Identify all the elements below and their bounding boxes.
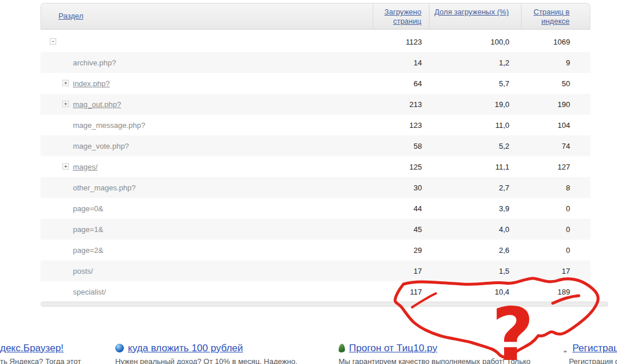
cell-indexed: 8 — [521, 183, 590, 192]
ad-yandex-browser: декс.Браузер! ть Яндекса? Тогда этот — [0, 343, 81, 364]
ad-invest: куда вложить 100 рублей Нужен реальный д… — [115, 343, 298, 364]
ad-registration: Регистрац Регистрация сай — [561, 343, 617, 364]
cell-section: +mages/ — [41, 163, 373, 171]
cell-section: specialist/ — [41, 288, 373, 296]
cell-indexed: 127 — [521, 163, 590, 171]
ad-yandex-browser-description: ть Яндекса? Тогда этот — [0, 357, 81, 364]
section-label: archive.php? — [73, 58, 116, 67]
cell-indexed: 9 — [521, 58, 590, 67]
section-label: page=0& — [73, 204, 103, 213]
cell-loaded: 117 — [373, 288, 429, 296]
cell-indexed: 50 — [521, 79, 590, 88]
ad-registration-description: Регистрация сай — [569, 357, 617, 364]
ad-tic10-description: Мы гарантируем качество выполняемых рабо… — [339, 357, 531, 364]
ad-invest-description: Нужен реальный доход? От 10% в месяц. На… — [115, 357, 298, 364]
cell-share: 100,0 — [429, 38, 521, 46]
cell-loaded: 14 — [373, 58, 429, 67]
column-header-share-link[interactable]: Доля загруженых (%) — [434, 8, 509, 16]
column-header-loaded-link[interactable]: Загружено страниц — [384, 8, 421, 25]
cell-share: 1,5 — [429, 267, 521, 275]
table-row: page=2&292,60 — [41, 240, 590, 260]
cell-indexed: 1069 — [521, 38, 590, 46]
table-row: page=0&443,90 — [41, 198, 590, 219]
cell-loaded: 44 — [373, 204, 429, 213]
ad-yandex-browser-link[interactable]: декс.Браузер! — [0, 343, 64, 354]
table-row: archive.php?141,29 — [41, 52, 590, 73]
ad-tic10: Прогон от Тиц10.ру Мы гарантируем качест… — [339, 343, 531, 364]
globe-icon — [115, 344, 124, 352]
section-label: specialist/ — [73, 288, 106, 296]
cell-section: posts/ — [41, 267, 373, 275]
site-structure-table: Раздел Загружено страниц Доля загруженых… — [41, 3, 590, 302]
cell-share: 2,6 — [429, 246, 521, 255]
column-header-indexed: Страниц в индексе — [521, 3, 590, 29]
section-link[interactable]: index.php? — [73, 79, 110, 88]
cell-loaded: 125 — [373, 163, 429, 171]
cell-share: 3,9 — [429, 204, 521, 213]
cell-section: +index.php? — [41, 79, 373, 88]
cell-indexed: 17 — [521, 267, 590, 275]
cell-indexed: 74 — [521, 142, 590, 150]
ad-registration-link[interactable]: Регистрац — [572, 343, 617, 354]
cell-loaded: 17 — [373, 267, 429, 275]
table-row: page=1&454,00 — [41, 219, 590, 240]
table-body: -1123100,01069archive.php?141,29+index.p… — [41, 31, 590, 302]
cell-indexed: 189 — [521, 288, 590, 296]
cell-section: archive.php? — [41, 58, 373, 67]
table-row: +index.php?645,750 — [41, 73, 590, 94]
cell-share: 5,7 — [429, 79, 521, 88]
expand-icon[interactable]: + — [63, 101, 69, 107]
cell-share: 19,0 — [429, 100, 521, 109]
cell-section: page=1& — [41, 225, 373, 234]
cell-section: page=0& — [41, 204, 373, 213]
ad-invest-link[interactable]: куда вложить 100 рублей — [128, 343, 243, 354]
cell-indexed: 0 — [521, 225, 590, 234]
cell-share: 2,7 — [429, 183, 521, 192]
cell-loaded: 58 — [373, 142, 429, 150]
cell-indexed: 0 — [521, 204, 590, 213]
column-header-indexed-link[interactable]: Страниц в индексе — [534, 8, 570, 25]
cell-section: mage_message.php? — [41, 121, 373, 130]
expand-icon[interactable]: + — [63, 163, 69, 170]
section-label: mage_vote.php? — [73, 142, 129, 150]
cell-section: +mag_out.php? — [41, 100, 373, 109]
table-row: -1123100,01069 — [41, 31, 590, 52]
cell-share: 4,0 — [429, 225, 521, 234]
section-label: page=2& — [73, 246, 103, 255]
section-link[interactable]: mag_out.php? — [73, 100, 121, 109]
cell-indexed: 104 — [521, 121, 590, 130]
cell-share: 1,2 — [429, 58, 521, 67]
cell-share: 11,0 — [429, 121, 521, 130]
cell-loaded: 1123 — [373, 38, 429, 46]
section-label: other_mages.php? — [73, 183, 135, 192]
table-header: Раздел Загружено страниц Доля загруженых… — [41, 3, 590, 30]
leaf-icon — [339, 344, 345, 352]
cell-loaded: 64 — [373, 79, 429, 88]
cell-share: 11,1 — [429, 163, 521, 171]
expand-icon[interactable]: + — [63, 80, 69, 86]
table-row: +mages/12511,1127 — [41, 156, 590, 177]
ad-tic10-link[interactable]: Прогон от Тиц10.ру — [349, 343, 437, 354]
section-link[interactable]: mages/ — [73, 163, 98, 171]
collapse-icon[interactable]: - — [50, 38, 56, 45]
column-header-share: Доля загруженых (%) — [429, 3, 521, 29]
lightbulb-icon — [561, 344, 568, 352]
cell-section: page=2& — [41, 246, 373, 255]
section-label: page=1& — [73, 225, 103, 234]
section-label: mage_message.php? — [73, 121, 145, 130]
cell-loaded: 29 — [373, 246, 429, 255]
cell-section: other_mages.php? — [41, 183, 373, 192]
table-row: mage_vote.php?585,274 — [41, 135, 590, 156]
cell-loaded: 213 — [373, 100, 429, 109]
cell-section: mage_vote.php? — [41, 142, 373, 150]
cell-share: 5,2 — [429, 142, 521, 150]
table-row: other_mages.php?302,78 — [41, 177, 590, 198]
cell-loaded: 30 — [373, 183, 429, 192]
table-row: +mag_out.php?21319,0190 — [41, 94, 590, 115]
column-header-section-link[interactable]: Раздел — [58, 12, 83, 20]
column-header-section: Раздел — [41, 3, 373, 29]
table-row: posts/171,517 — [41, 260, 590, 281]
cell-share: 10,4 — [429, 288, 521, 296]
table-row: specialist/11710,4189 — [41, 281, 590, 302]
table-footer-bar — [41, 302, 608, 307]
